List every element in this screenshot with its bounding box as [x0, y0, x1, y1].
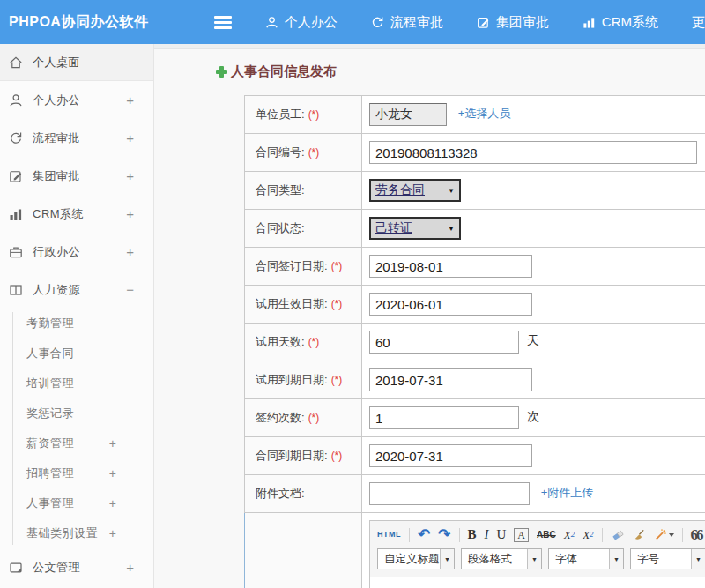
sidebar-subitem-label: 人事管理	[26, 495, 109, 511]
rich-text-editor: HTML B I U A ABC X2 X2	[369, 520, 705, 588]
nav-label: CRM系统	[602, 14, 658, 31]
field-label: 合同类型:	[256, 183, 305, 197]
paragraph-format-dropdown[interactable]: 段落格式 ▼	[461, 548, 542, 569]
field-label: 附件文档:	[256, 487, 305, 500]
trial-days-input[interactable]	[369, 331, 519, 354]
table-row: 合同类型: 劳务合同 ▼	[245, 172, 705, 210]
contract-type-select[interactable]: 劳务合同 ▼	[369, 179, 461, 202]
contract-status-select[interactable]: 己转证 ▼	[369, 217, 461, 240]
sidebar-item-label: 个人办公	[33, 93, 126, 108]
superscript-button[interactable]: X2	[564, 529, 575, 540]
field-label: 试用生效日期:	[256, 297, 328, 310]
user-icon	[265, 16, 278, 29]
attachment-input[interactable]	[369, 482, 530, 505]
sidebar-subitem-hr-contract[interactable]: 人事合同	[0, 339, 153, 368]
expand-icon: +	[126, 244, 139, 259]
editor-toolbar-row2: 自定义标题 ▼ 段落格式 ▼ 字体 ▼	[370, 547, 705, 577]
sidebar-item-human-resources[interactable]: 人力资源 −	[0, 271, 153, 309]
magic-wand-icon[interactable]	[654, 528, 674, 541]
trial-end-date-input[interactable]	[369, 368, 532, 391]
sidebar-item-document-management[interactable]: 公文管理 +	[0, 548, 153, 586]
table-row: HTML B I U A ABC X2 X2	[245, 513, 705, 588]
menu-toggle-icon[interactable]	[214, 16, 232, 29]
nav-workflow-approval[interactable]: 流程审批	[371, 14, 443, 31]
sidebar-item-workflow-approval[interactable]: 流程审批 +	[0, 119, 153, 157]
employee-input[interactable]	[369, 103, 447, 126]
book-icon	[8, 282, 23, 297]
sidebar: 个人桌面 个人办公 + 流程审批 + 集团审批 + CRM系统 + 行政办公 +	[0, 44, 154, 588]
home-icon	[8, 55, 23, 70]
bold-button[interactable]: B	[468, 528, 477, 541]
font-family-dropdown[interactable]: 字体 ▼	[548, 548, 624, 569]
chevron-down-icon: ▼	[440, 549, 454, 569]
redo-icon[interactable]	[438, 527, 450, 542]
sidebar-item-crm-system[interactable]: CRM系统 +	[0, 195, 153, 233]
table-row: 合同签订日期:(*)	[245, 248, 705, 286]
font-color-button[interactable]: A	[514, 528, 529, 542]
sidebar-subitem-label: 薪资管理	[26, 435, 109, 451]
font-size-dropdown[interactable]: 字号 ▼	[630, 548, 705, 569]
bar-chart-icon	[583, 16, 596, 29]
sidebar-item-personal-desktop[interactable]: 个人桌面	[0, 44, 153, 81]
contract-end-date-input[interactable]	[369, 444, 532, 467]
sidebar-item-label: 个人桌面	[33, 55, 134, 71]
trial-start-date-input[interactable]	[369, 293, 532, 316]
editor-content-area[interactable]	[370, 577, 705, 588]
italic-button[interactable]: I	[485, 528, 489, 541]
underline-button[interactable]: U	[497, 528, 507, 541]
collapse-icon: −	[126, 282, 139, 297]
custom-heading-dropdown[interactable]: 自定义标题 ▼	[377, 548, 455, 569]
required-mark: (*)	[308, 146, 320, 159]
sign-times-input[interactable]	[369, 406, 519, 429]
select-value: 己转证	[375, 220, 412, 236]
expand-icon: +	[126, 168, 139, 183]
nav-crm-system[interactable]: CRM系统	[583, 14, 658, 31]
chevron-down-icon: ▼	[448, 225, 455, 233]
format-brush-icon[interactable]	[633, 528, 646, 541]
sidebar-subitem-base-category[interactable]: 基础类别设置 +	[0, 518, 153, 548]
table-row: 单位员工:(*) +选择人员	[245, 96, 705, 134]
nav-label: 流程审批	[390, 14, 443, 31]
toolbar-separator	[459, 528, 460, 542]
unit-suffix: 次	[527, 409, 539, 423]
main-content: 人事合同信息发布 单位员工:(*) +选择人员 合同编号:(*)	[154, 44, 705, 588]
contract-no-input[interactable]	[369, 141, 697, 164]
sidebar-subitem-personnel[interactable]: 人事管理 +	[0, 488, 153, 518]
nav-personal-office[interactable]: 个人办公	[265, 14, 338, 31]
eraser-icon[interactable]	[611, 529, 625, 541]
expand-icon: +	[109, 436, 139, 450]
select-person-link[interactable]: +选择人员	[458, 107, 511, 120]
sidebar-subitem-attendance[interactable]: 考勤管理	[0, 309, 153, 339]
blockquote-button[interactable]: 66	[691, 527, 702, 542]
sidebar-item-label: 集团审批	[33, 168, 126, 184]
sidebar-item-group-approval[interactable]: 集团审批 +	[0, 157, 153, 195]
sign-date-input[interactable]	[369, 255, 532, 278]
sidebar-subitem-salary[interactable]: 薪资管理 +	[0, 428, 153, 458]
table-row: 合同编号:(*)	[245, 134, 705, 172]
required-mark: (*)	[331, 260, 343, 272]
toolbar-separator	[409, 528, 410, 542]
field-label: 合同编号:	[256, 145, 305, 159]
undo-icon[interactable]	[418, 527, 430, 542]
html-source-button[interactable]: HTML	[377, 531, 401, 539]
dropdown-value: 字号	[631, 549, 691, 569]
sidebar-subitem-rewards[interactable]: 奖惩记录	[0, 398, 153, 428]
subscript-button[interactable]: X2	[583, 529, 593, 540]
expand-icon: +	[109, 466, 139, 480]
nav-more[interactable]: 更	[692, 14, 705, 31]
sidebar-item-admin-office[interactable]: 行政办公 +	[0, 233, 153, 271]
upload-attachment-link[interactable]: +附件上传	[541, 486, 594, 499]
sidebar-item-personal-office[interactable]: 个人办公 +	[0, 81, 153, 119]
sidebar-subitem-label: 基础类别设置	[26, 525, 109, 541]
strikethrough-button[interactable]: ABC	[537, 531, 556, 540]
flow-arrow-icon	[8, 130, 23, 145]
sidebar-subitem-recruitment[interactable]: 招聘管理 +	[0, 458, 153, 488]
field-label: 单位员工:	[256, 108, 305, 121]
sidebar-subitem-label: 招聘管理	[26, 465, 109, 481]
table-row: 试用天数:(*) 天	[245, 324, 705, 361]
sidebar-subitem-label: 考勤管理	[26, 316, 116, 331]
nav-group-approval[interactable]: 集团审批	[477, 14, 549, 31]
field-label: 合同到期日期:	[256, 449, 328, 462]
sidebar-item-label: 行政办公	[33, 244, 126, 260]
sidebar-subitem-training[interactable]: 培训管理	[0, 368, 153, 398]
